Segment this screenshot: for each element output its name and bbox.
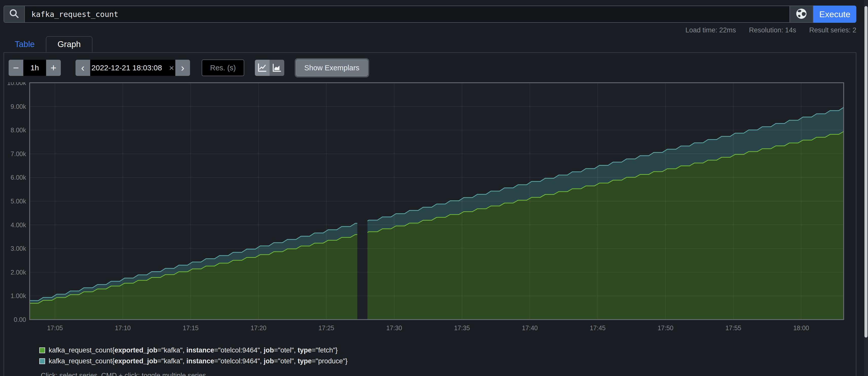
legend-help-text: Click: select series, CMD + click: toggl… bbox=[41, 372, 856, 376]
svg-text:17:05: 17:05 bbox=[47, 324, 63, 332]
legend-item-produce[interactable]: kafka_request_count{exported_job="kafka"… bbox=[39, 357, 856, 365]
svg-text:17:50: 17:50 bbox=[657, 324, 674, 332]
globe-icon bbox=[796, 8, 807, 21]
svg-text:10.00k: 10.00k bbox=[7, 82, 26, 86]
svg-text:17:35: 17:35 bbox=[454, 324, 470, 332]
result-series: Result series: 2 bbox=[809, 26, 856, 34]
svg-text:7.00k: 7.00k bbox=[11, 150, 26, 158]
tab-table[interactable]: Table bbox=[4, 36, 46, 53]
svg-text:17:25: 17:25 bbox=[318, 324, 335, 332]
execute-button[interactable]: Execute bbox=[813, 6, 856, 23]
query-stats: Load time: 22ms Resolution: 14s Result s… bbox=[4, 26, 856, 34]
svg-text:17:55: 17:55 bbox=[725, 324, 741, 332]
expression-input[interactable] bbox=[25, 6, 789, 22]
svg-text:8.00k: 8.00k bbox=[11, 127, 26, 134]
legend-swatch bbox=[39, 347, 45, 353]
range-input[interactable] bbox=[23, 60, 46, 76]
show-exemplars-button[interactable]: Show Exemplars bbox=[296, 60, 368, 76]
legend-swatch bbox=[39, 358, 45, 364]
prometheus-expression-browser: Execute Load time: 22ms Resolution: 14s … bbox=[0, 0, 868, 376]
svg-text:17:10: 17:10 bbox=[115, 324, 131, 332]
svg-text:17:45: 17:45 bbox=[590, 324, 606, 332]
svg-text:18:00: 18:00 bbox=[793, 324, 809, 332]
load-time: Load time: 22ms bbox=[685, 26, 736, 34]
resolution-input[interactable] bbox=[202, 60, 244, 76]
svg-text:17:30: 17:30 bbox=[386, 324, 402, 332]
stacked-chart-icon bbox=[272, 63, 281, 73]
line-chart-icon bbox=[258, 63, 267, 73]
graph-canvas[interactable]: 0.001.00k2.00k3.00k4.00k5.00k6.00k7.00k8… bbox=[4, 82, 851, 333]
search-addon bbox=[4, 6, 25, 22]
time-back-button[interactable]: ‹ bbox=[75, 60, 90, 76]
resolution: Resolution: 14s bbox=[749, 26, 796, 34]
svg-text:1.00k: 1.00k bbox=[11, 292, 26, 299]
local-time-button[interactable] bbox=[790, 6, 813, 23]
svg-text:2.00k: 2.00k bbox=[11, 269, 26, 276]
clear-time-icon[interactable]: × bbox=[169, 63, 174, 73]
svg-text:5.00k: 5.00k bbox=[11, 198, 26, 205]
svg-text:17:40: 17:40 bbox=[522, 324, 538, 332]
svg-text:9.00k: 9.00k bbox=[11, 103, 26, 110]
end-time-input[interactable]: 2022-12-21 18:03:08 × bbox=[90, 60, 175, 76]
svg-text:17:15: 17:15 bbox=[183, 324, 198, 332]
graph-panel: − + ‹ 2022-12-21 18:03:08 × › bbox=[4, 53, 856, 376]
range-increase-button[interactable]: + bbox=[46, 60, 61, 76]
view-tabs: Table Graph bbox=[4, 36, 856, 53]
graph-toolbar: − + ‹ 2022-12-21 18:03:08 × › bbox=[4, 53, 856, 82]
time-forward-button[interactable]: › bbox=[175, 60, 190, 76]
svg-text:17:20: 17:20 bbox=[251, 324, 267, 332]
legend-series-text: kafka_request_count{exported_job="kafka"… bbox=[49, 346, 338, 354]
scrollbar-track[interactable] bbox=[864, 0, 868, 376]
range-decrease-button[interactable]: − bbox=[9, 60, 23, 76]
legend-item-fetch[interactable]: kafka_request_count{exported_job="kafka"… bbox=[39, 346, 856, 354]
line-chart-button[interactable] bbox=[255, 60, 270, 76]
graph-legend: kafka_request_count{exported_job="kafka"… bbox=[39, 346, 856, 365]
scrollbar-thumb[interactable] bbox=[864, 6, 867, 338]
search-icon bbox=[9, 9, 19, 20]
stacked-chart-button[interactable] bbox=[270, 60, 284, 76]
svg-text:3.00k: 3.00k bbox=[11, 245, 26, 252]
query-bar: Execute bbox=[4, 6, 856, 23]
svg-text:0.00: 0.00 bbox=[14, 316, 26, 323]
time-control: ‹ 2022-12-21 18:03:08 × › bbox=[75, 60, 190, 76]
legend-series-text: kafka_request_count{exported_job="kafka"… bbox=[49, 357, 348, 365]
svg-text:6.00k: 6.00k bbox=[11, 174, 26, 181]
chart-type-toggle bbox=[255, 60, 284, 76]
query-input-group bbox=[4, 6, 790, 23]
end-time-value: 2022-12-21 18:03:08 bbox=[91, 64, 162, 72]
tab-graph[interactable]: Graph bbox=[46, 36, 92, 53]
range-control: − + bbox=[9, 60, 61, 76]
svg-text:4.00k: 4.00k bbox=[11, 221, 26, 229]
